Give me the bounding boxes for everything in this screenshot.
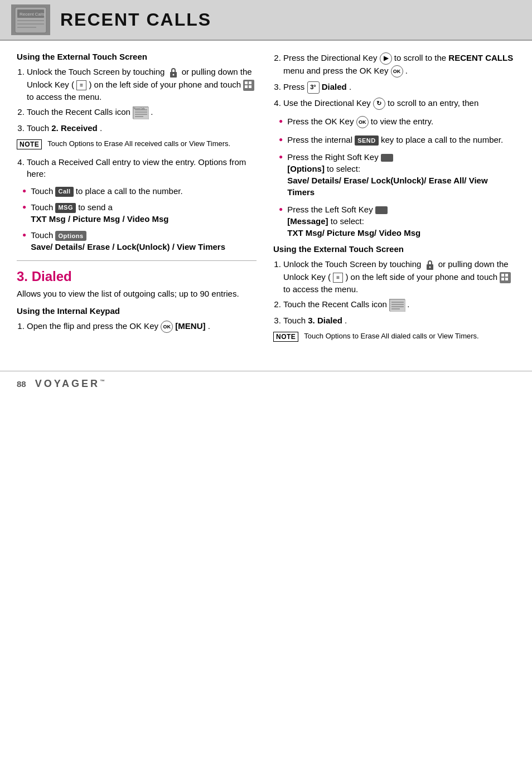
svg-text:Recent Calls: Recent Calls	[20, 12, 45, 17]
recent-calls-icon: Recent Calls	[133, 106, 148, 119]
svg-rect-9	[249, 81, 252, 84]
svg-rect-20	[501, 274, 504, 277]
right-unlock-key-icon: ≡	[333, 273, 343, 283]
keypad-steps: Open the flip and press the OK Key OK [M…	[17, 320, 257, 333]
options-button-icon: Options	[55, 231, 86, 241]
bullet-call: Touch Call to place a call to the number…	[22, 185, 257, 197]
ext-touch-heading-right: Using the External Touch Screen	[273, 244, 515, 254]
right-step-4: Use the Directional Key ↻ to scroll to a…	[283, 97, 515, 110]
send-button-icon: SEND	[355, 135, 379, 146]
ok-key-sub-icon: OK	[356, 116, 369, 128]
svg-rect-22	[501, 278, 504, 280]
dialed-desc: Allows you to view the list of outgoing …	[17, 288, 257, 299]
svg-point-7	[172, 74, 174, 76]
ext-step-1: Unlock the Touch Screen by touching or p…	[27, 66, 257, 103]
svg-rect-21	[505, 274, 508, 277]
right-step-2: Press the Directional Key ▶ to scroll to…	[283, 52, 515, 78]
lock-icon	[167, 66, 180, 79]
keypad-step-1: Open the flip and press the OK Key OK [M…	[27, 320, 257, 333]
page-footer: 88 VOYAGER™	[0, 371, 532, 396]
left-soft-key-icon	[375, 206, 388, 214]
ok-key-icon: OK	[161, 321, 173, 333]
dialed-heading: 3. Dialed	[17, 269, 257, 284]
right-ext-step-1: Unlock the Touch Screen by touching or p…	[283, 258, 515, 295]
grid-menu-icon	[243, 80, 254, 91]
right-ext-step-3: Touch 3. Dialed .	[283, 314, 515, 326]
right-column: Press the Directional Key ▶ to scroll to…	[273, 52, 515, 348]
right-steps-top: Press the Directional Key ▶ to scroll to…	[273, 52, 515, 110]
main-content: Using the External Touch Screen Unlock t…	[0, 41, 532, 360]
num3-icon: 3°	[307, 81, 320, 94]
sub-bullet-right-soft: Press the Right Soft Key [Options] to se…	[279, 151, 515, 198]
svg-rect-8	[245, 81, 248, 84]
note-received: NOTE Touch Options to Erase All received…	[17, 139, 257, 149]
right-ext-step-2: Touch the Recent Calls icon .	[283, 298, 515, 311]
ext-touch-heading: Using the External Touch Screen	[17, 52, 257, 61]
right-recent-calls-icon	[389, 299, 405, 311]
ext-step-2: Touch the Recent Calls icon Recent Calls…	[27, 106, 257, 119]
page-number: 88	[17, 379, 26, 389]
ok-key-right-icon: OK	[391, 65, 403, 78]
sub-bullet-ok: Press the OK Key OK to view the entry.	[279, 115, 515, 128]
page-title: RECENT CALLS	[60, 9, 211, 30]
svg-rect-23	[505, 278, 508, 280]
ext-touch-steps-cont: Touch a Received Call entry to view the …	[17, 156, 257, 180]
sub-bullet-left-soft: Press the Left Soft Key [Message] to sel…	[279, 204, 515, 239]
svg-rect-11	[249, 85, 252, 88]
sub-bullet-send: Press the internal SEND key to place a c…	[279, 134, 515, 146]
svg-rect-24	[390, 299, 405, 312]
brand-name: VOYAGER™	[35, 378, 107, 390]
note-label-dialed: NOTE	[273, 332, 298, 342]
page-header: Recent Calls RECENT CALLS	[0, 0, 532, 41]
header-icon: Recent Calls	[11, 4, 50, 35]
directional-key-circular-icon: ↻	[373, 98, 385, 110]
note-dialed: NOTE Touch Options to Erase All dialed c…	[273, 332, 515, 342]
bullet-msg: Touch MSG to send a TXT Msg / Picture Ms…	[22, 201, 257, 225]
right-sub-list: Press the OK Key OK to view the entry. P…	[273, 115, 515, 239]
bullet-options: Touch Options Save/ Details/ Erase / Loc…	[22, 229, 257, 253]
call-button-icon: Call	[55, 187, 73, 197]
right-lock-icon	[424, 259, 436, 271]
svg-text:Recent Calls: Recent Calls	[134, 108, 145, 110]
right-step-3: Press 3° Dialed .	[283, 81, 515, 94]
directional-key-right-icon: ▶	[380, 52, 392, 65]
ext-step-3: Touch 2. Received .	[27, 122, 257, 134]
keypad-heading: Using the Internal Keypad	[17, 306, 257, 316]
right-ext-steps: Unlock the Touch Screen by touching or p…	[273, 258, 515, 326]
right-soft-key-icon	[381, 154, 393, 162]
ext-touch-steps: Unlock the Touch Screen by touching or p…	[17, 66, 257, 134]
ext-step-4: Touch a Received Call entry to view the …	[27, 156, 257, 180]
svg-point-19	[429, 267, 431, 268]
unlock-key-icon: ≡	[76, 80, 86, 90]
section-divider	[17, 260, 257, 261]
left-column: Using the External Touch Screen Unlock t…	[17, 52, 257, 348]
ext-options-list: Touch Call to place a call to the number…	[17, 185, 257, 253]
svg-rect-10	[245, 85, 248, 88]
note-label: NOTE	[17, 139, 42, 149]
msg-button-icon: MSG	[55, 203, 76, 213]
right-grid-icon	[500, 272, 511, 283]
